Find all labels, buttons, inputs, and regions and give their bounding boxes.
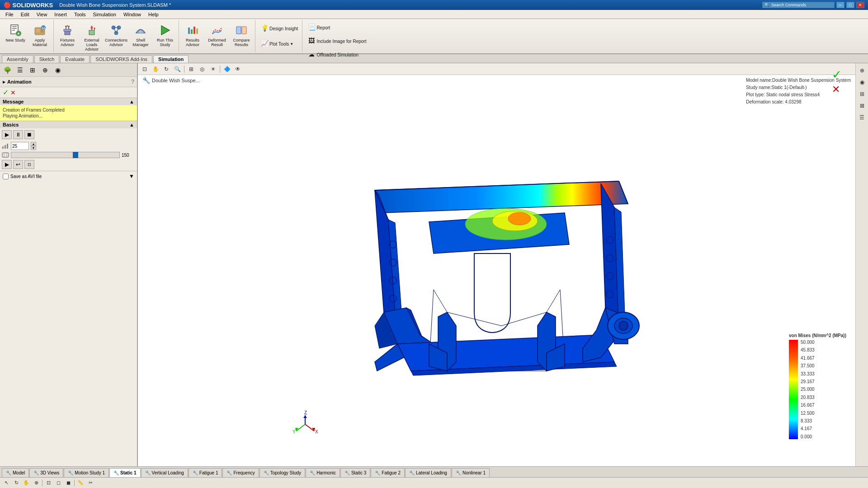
panel-icon-display[interactable]: ◉ [52, 65, 63, 75]
legend-val-9: 12.500 [801, 411, 815, 416]
maximize-button[interactable]: □ [846, 2, 854, 8]
vp-display[interactable]: ◎ [197, 65, 207, 74]
loop-pingpong-button[interactable]: ↩ [13, 160, 23, 169]
close-button[interactable]: ✕ [856, 2, 864, 8]
include-image-button[interactable]: 🖼 Include Image for Report [304, 34, 368, 48]
rp-btn-3[interactable]: ⊞ [857, 89, 868, 99]
panel-icon-config[interactable]: ⊕ [40, 65, 51, 75]
search-commands[interactable]: 🔍 Search Commands [762, 2, 835, 8]
menu-file[interactable]: File [2, 11, 17, 18]
menu-edit[interactable]: Edit [17, 11, 33, 18]
speed-up-button[interactable]: ▲ [31, 142, 36, 146]
vp-section[interactable]: ⊞ [186, 65, 196, 74]
rp-btn-2[interactable]: ◉ [857, 77, 868, 88]
toolbar-group-results: Results Advisor Deformed Result Compare … [179, 20, 255, 52]
bt-view2[interactable]: ◻ [54, 479, 63, 487]
apply-material-button[interactable]: M Apply Material [28, 21, 52, 52]
run-study-button[interactable]: Run This Study [153, 21, 177, 52]
vp-pan[interactable]: ✋ [151, 65, 160, 74]
tab-assembly[interactable]: Assembly [2, 55, 33, 63]
rp-btn-4[interactable]: ⊠ [857, 100, 868, 111]
loop-forward-button[interactable]: ▶ [2, 160, 12, 169]
stop-button[interactable]: ⏹ [24, 130, 34, 139]
vp-hide-show[interactable]: 👁 [233, 65, 243, 74]
loop-continuous-button[interactable]: ⊡ [24, 160, 34, 169]
fixtures-advisor-button[interactable]: Fixtures Advisor [56, 21, 79, 52]
plot-tools-button[interactable]: 📈 Plot Tools ▼ [257, 37, 300, 51]
vp-zoom-fit[interactable]: ⊡ [140, 65, 150, 74]
tab-addins[interactable]: SOLIDWORKS Add-Ins [90, 55, 152, 63]
tab-evaluate[interactable]: Evaluate [60, 55, 90, 63]
shell-manager-button[interactable]: Shell Manager [129, 21, 152, 52]
minimize-button[interactable]: ─ [836, 2, 844, 8]
btab-fatigue1[interactable]: 🔧 Fatigue 1 [189, 468, 222, 477]
speed-down-button[interactable]: ▼ [31, 146, 36, 150]
design-insight-button[interactable]: 💡 Design Insight [257, 22, 300, 35]
bt-view1[interactable]: ⊡ [44, 479, 53, 487]
menu-help[interactable]: Help [145, 11, 162, 18]
btab-static3[interactable]: 🔧 Static 3 [340, 468, 370, 477]
viewport[interactable]: ⊡ ✋ ↻ 🔍 ⊞ ◎ ☀ 🔷 👁 🔧 Double Wish Suspe...… [138, 63, 855, 466]
pause-button[interactable]: ⏸ [13, 130, 23, 139]
btab-3dviews[interactable]: 🔧 3D Views [29, 468, 63, 477]
bt-rotate[interactable]: ↻ [12, 479, 21, 487]
btab-static1[interactable]: 🔧 Static 1 [109, 468, 141, 477]
menu-window[interactable]: Window [120, 11, 145, 18]
panel-icon-featuretree[interactable]: 🌳 [2, 65, 13, 75]
compare-results-button[interactable]: Compare Results [230, 21, 253, 52]
tab-simulation[interactable]: Simulation [153, 55, 189, 63]
animation-help-icon[interactable]: ? [131, 79, 134, 85]
vp-view-orient[interactable]: 🔷 [222, 65, 232, 74]
toolbar-group-study: + New Study M Apply Material [2, 20, 54, 52]
basics-header[interactable]: Basics ▲ [0, 121, 137, 128]
btab-model[interactable]: 🔧 Model [2, 468, 29, 477]
btab-nonlinear[interactable]: 🔧 Nonlinear 1 [452, 468, 490, 477]
btab-fatigue2-icon: 🔧 [375, 470, 380, 475]
bt-view3[interactable]: ◼ [64, 479, 73, 487]
bt-pan[interactable]: ✋ [22, 479, 31, 487]
results-icon [185, 23, 200, 38]
connections-advisor-button[interactable]: Connections Advisor [104, 21, 128, 52]
animation-header[interactable]: ▶ Animation ? [0, 77, 137, 87]
menu-insert[interactable]: Insert [51, 11, 71, 18]
btab-fatigue2[interactable]: 🔧 Fatigue 2 [371, 468, 405, 477]
rp-btn-5[interactable]: ☰ [857, 112, 868, 123]
btab-harmonic[interactable]: 🔧 Harmonic [306, 468, 340, 477]
panel-icon-list[interactable]: ☰ [14, 65, 25, 75]
bt-measure[interactable]: 📏 [76, 479, 85, 487]
bt-section[interactable]: ✂ [86, 479, 95, 487]
report-button[interactable]: 📃 Report [304, 21, 368, 34]
reject-button[interactable]: ✕ [10, 89, 16, 96]
btab-frequency[interactable]: 🔧 Frequency [222, 468, 259, 477]
vp-zoom[interactable]: 🔍 [172, 65, 182, 74]
menu-simulation[interactable]: Simulation [90, 11, 120, 18]
speed-input[interactable] [11, 142, 29, 150]
btab-vertical[interactable]: 🔧 Vertical Loading [141, 468, 188, 477]
panel-icon-properties[interactable]: ⊞ [27, 65, 38, 75]
btab-motion1[interactable]: 🔧 Motion Study 1 [64, 468, 109, 477]
results-advisor-button[interactable]: Results Advisor [181, 21, 204, 52]
bt-zoom[interactable]: ⊕ [32, 479, 41, 487]
menu-tools[interactable]: Tools [71, 11, 90, 18]
message-section: Message ▲ Creation of Frames Completed P… [0, 98, 137, 121]
message-header[interactable]: Message ▲ [0, 98, 137, 105]
btab-topology[interactable]: 🔧 Topology Study [259, 468, 305, 477]
rp-btn-1[interactable]: ⊕ [857, 65, 868, 76]
accept-button[interactable]: ✓ [3, 88, 9, 97]
play-button[interactable]: ▶ [2, 130, 12, 139]
offloaded-sim-button[interactable]: ☁ Offloaded Simulation [304, 48, 368, 61]
deformed-result-button[interactable]: Deformed Result [205, 21, 229, 52]
save-avi-checkbox[interactable] [3, 174, 9, 179]
external-loads-advisor-button[interactable]: External Loads Advisor [80, 21, 104, 53]
btab-motion1-icon: 🔧 [68, 470, 73, 475]
frame-slider[interactable] [11, 152, 120, 158]
vp-rotate[interactable]: ↻ [161, 65, 171, 74]
tab-sketch[interactable]: Sketch [34, 55, 60, 63]
btab-3dviews-icon: 🔧 [33, 470, 39, 475]
btab-lateral[interactable]: 🔧 Lateral Loading [405, 468, 451, 477]
vp-lighting[interactable]: ☀ [208, 65, 218, 74]
new-study-button[interactable]: + New Study [4, 21, 27, 52]
save-avi-dropdown[interactable]: ▼ [129, 173, 134, 179]
bt-select[interactable]: ↖ [2, 479, 11, 487]
menu-view[interactable]: View [33, 11, 51, 18]
